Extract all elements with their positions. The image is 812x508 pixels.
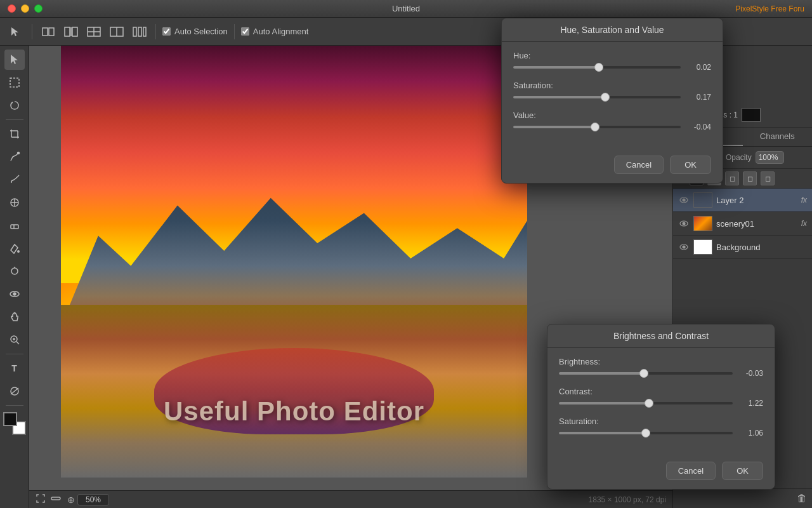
brush-tool[interactable]	[4, 170, 25, 190]
contrast-slider-thumb[interactable]	[645, 399, 653, 408]
background-eye-icon[interactable]	[678, 241, 690, 253]
gradient-tool[interactable]	[4, 381, 25, 401]
svg-point-31	[13, 293, 16, 295]
grid-icon[interactable]	[84, 22, 103, 41]
svg-point-28	[11, 268, 18, 274]
tool-sep1	[6, 119, 23, 120]
text-tool[interactable]: T	[4, 358, 25, 378]
hsv-dialog[interactable]: Hue, Saturation and Value Hue: 0.02 Satu…	[501, 18, 723, 184]
svg-rect-2	[49, 28, 54, 36]
bc-saturation-slider-track[interactable]	[559, 432, 733, 434]
fit-icon[interactable]	[36, 493, 46, 505]
auto-alignment-checkbox[interactable]	[241, 27, 249, 36]
saturation-value: 0.17	[686, 93, 711, 102]
lasso-tool[interactable]	[4, 95, 25, 116]
bc-saturation-slider-thumb[interactable]	[641, 429, 650, 438]
value-slider-track[interactable]	[513, 126, 681, 128]
bc-ok-button[interactable]: OK	[722, 462, 763, 480]
canvas-overlay-text: Useful Photo Editor	[61, 396, 527, 427]
effect-btn-gray3[interactable]: ◻	[743, 171, 757, 185]
svg-marker-14	[11, 55, 18, 64]
eraser-tool[interactable]	[4, 215, 25, 236]
tab-channels[interactable]: Channels	[743, 128, 813, 146]
scenery-fx: fx	[801, 219, 807, 228]
layer2-name: Layer 2	[716, 196, 797, 205]
select-tool[interactable]	[4, 72, 25, 93]
background-thumbnail	[693, 239, 712, 255]
hsv-dialog-title: Hue, Saturation and Value	[502, 18, 723, 42]
window-controls[interactable]	[8, 4, 43, 13]
zoom-out-icon[interactable]	[51, 493, 61, 505]
bc-saturation-label: Saturation:	[559, 417, 763, 426]
svg-point-20	[17, 152, 19, 154]
svg-rect-3	[65, 27, 70, 36]
color-boxes[interactable]	[3, 412, 26, 435]
sep2	[155, 24, 156, 39]
value-label: Value:	[513, 110, 711, 120]
hue-slider-track[interactable]	[513, 66, 681, 69]
hue-slider-fill	[513, 66, 599, 69]
zoom-add-icon[interactable]: ⊕	[67, 495, 75, 505]
eye-tool[interactable]	[4, 284, 25, 304]
healing-tool[interactable]	[4, 192, 25, 213]
saturation-row: Saturation: 0.17	[513, 81, 711, 102]
hue-slider-thumb[interactable]	[594, 63, 603, 72]
value-slider-fill	[513, 126, 595, 128]
hsv-ok-button[interactable]: OK	[670, 156, 711, 174]
paint-bucket-tool[interactable]	[4, 238, 25, 258]
layer2-eye-icon[interactable]	[678, 194, 690, 206]
svg-rect-15	[10, 78, 19, 87]
opacity-label: Opacity	[726, 153, 752, 162]
auto-selection-checkbox[interactable]	[162, 27, 171, 36]
pen-tool[interactable]	[4, 147, 25, 167]
auto-alignment-check[interactable]: Auto Alignment	[241, 27, 308, 36]
minimize-button[interactable]	[21, 4, 29, 13]
auto-selection-check[interactable]: Auto Selection	[162, 27, 228, 36]
effect-btn-gray2[interactable]: ◻	[725, 171, 739, 185]
layout-icon[interactable]	[107, 22, 126, 41]
delete-layer-icon[interactable]: 🗑	[797, 493, 807, 504]
brightness-slider-track[interactable]	[559, 372, 733, 375]
opacity-input[interactable]: 100%	[756, 151, 784, 164]
value-slider-thumb[interactable]	[591, 123, 599, 131]
transform-icon[interactable]	[39, 22, 58, 41]
split-view-icon[interactable]	[62, 22, 81, 41]
effect-btn-gray4[interactable]: ◻	[761, 171, 775, 185]
layer-item-background[interactable]: Background	[673, 236, 812, 259]
bc-saturation-slider-row: 1.06	[559, 429, 763, 438]
hue-slider-row: 0.02	[513, 63, 711, 72]
svg-rect-12	[138, 27, 141, 36]
brightness-label: Brightness:	[559, 357, 763, 366]
crop-tool[interactable]	[4, 124, 25, 144]
brightness-slider-thumb[interactable]	[639, 369, 648, 378]
tool-sep2	[6, 354, 23, 354]
scenery-eye-icon[interactable]	[678, 218, 690, 229]
hand-tool[interactable]	[4, 307, 25, 327]
bc-cancel-button[interactable]: Cancel	[666, 462, 716, 480]
svg-rect-13	[143, 27, 146, 36]
contrast-row: Contrast: 1.22	[559, 387, 763, 408]
svg-point-44	[683, 246, 685, 248]
layer-item-scenery[interactable]: scenery01 fx	[673, 212, 812, 236]
bc-dialog[interactable]: Brightness and Contrast Brightness: -0.0…	[547, 324, 775, 490]
hsv-cancel-button[interactable]: Cancel	[614, 156, 664, 174]
zoom-control: ⊕ 50%	[67, 494, 109, 505]
image-info: 1835 × 1000 px, 72 dpi	[589, 495, 666, 504]
scenery-thumbnail	[693, 216, 712, 231]
hsv-dialog-body: Hue: 0.02 Saturation: 0.17	[502, 42, 723, 149]
contrast-label: Contrast:	[559, 387, 763, 396]
saturation-slider-track[interactable]	[513, 96, 681, 98]
close-button[interactable]	[8, 4, 16, 13]
zoom-display[interactable]: 50%	[77, 494, 109, 505]
maximize-button[interactable]	[34, 4, 43, 13]
dodge-tool[interactable]	[4, 261, 25, 281]
foreground-color[interactable]	[3, 412, 17, 426]
saturation-slider-thumb[interactable]	[601, 93, 610, 102]
pointer-tool[interactable]	[4, 50, 25, 70]
zoom-tool[interactable]	[4, 330, 25, 350]
move-tool-icon[interactable]	[6, 22, 25, 41]
contrast-slider-track[interactable]	[559, 402, 733, 404]
layer-item-layer2[interactable]: Layer 2 fx	[673, 189, 812, 212]
brightness-slider-row: -0.03	[559, 369, 763, 378]
columns-icon[interactable]	[130, 22, 149, 41]
